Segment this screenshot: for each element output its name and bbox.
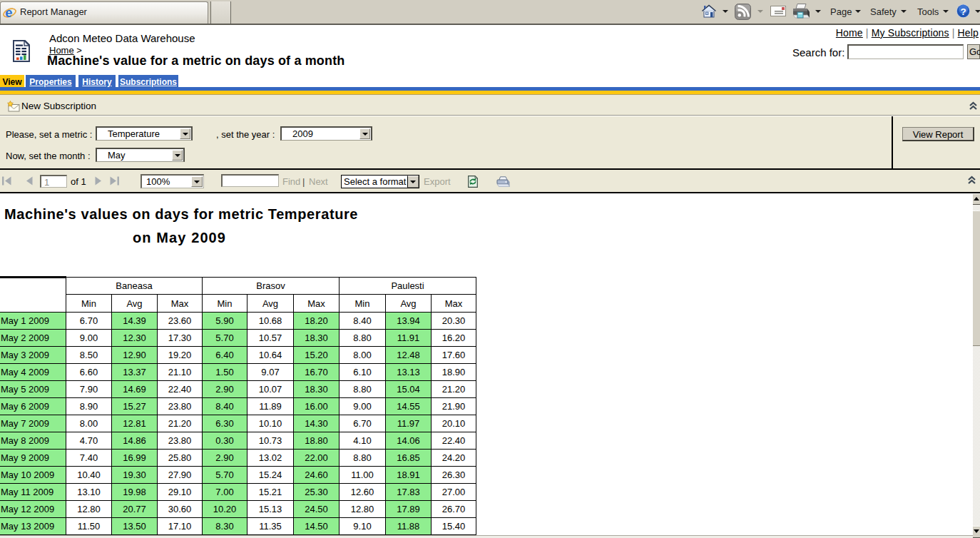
svg-text:e: e	[5, 6, 12, 19]
svg-text:?: ?	[960, 6, 966, 17]
